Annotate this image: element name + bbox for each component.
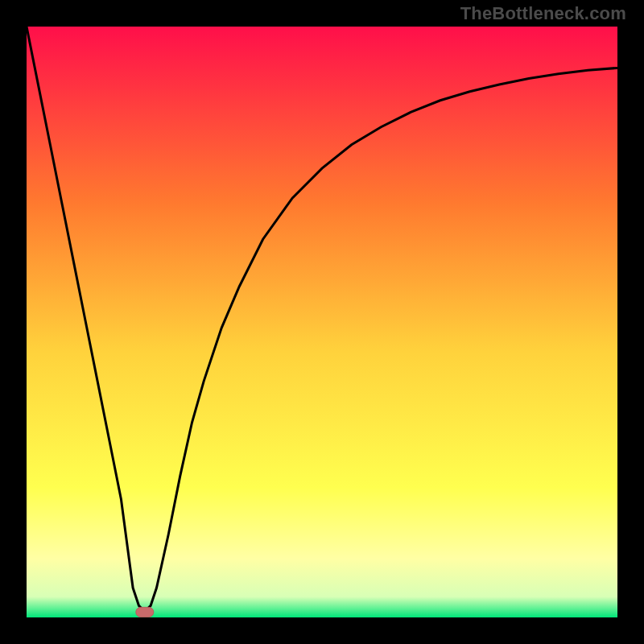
watermark-text: TheBottleneck.com xyxy=(460,3,626,24)
plot-area xyxy=(27,27,617,617)
chart-svg xyxy=(27,27,617,617)
minimum-marker xyxy=(136,607,154,617)
chart-frame: TheBottleneck.com xyxy=(0,0,644,644)
gradient-background xyxy=(27,27,617,617)
